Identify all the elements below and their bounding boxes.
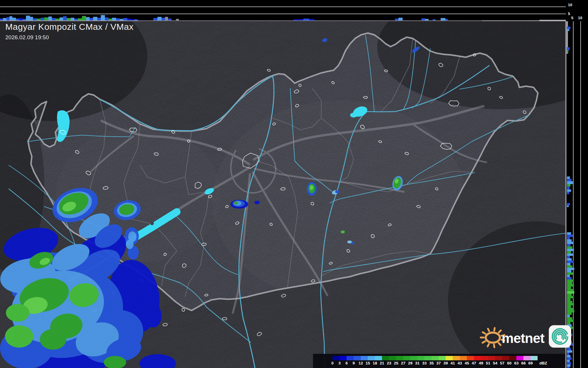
sun-ray <box>488 329 489 331</box>
timestamp: 2026.02.09 19:50 <box>5 34 134 41</box>
profile-bar <box>567 367 570 368</box>
dbz-tick-label: 21 <box>378 361 386 365</box>
profile-bar <box>3 18 6 20</box>
radar-echo <box>310 185 313 190</box>
profile-bar <box>134 19 137 20</box>
top-profile-canvas <box>0 0 566 21</box>
profile-bar <box>567 242 574 244</box>
dbz-tick-label: 3 <box>336 361 343 365</box>
dbz-color-cell <box>453 356 460 360</box>
profile-bar <box>6 17 9 20</box>
dbz-tick-label: 41 <box>449 361 457 365</box>
profile-bar <box>441 18 445 20</box>
dbz-tick-label: 39 <box>442 361 449 365</box>
dbz-color-cell <box>474 356 481 360</box>
profile-bar <box>567 362 571 364</box>
profile-bar <box>309 19 314 20</box>
sun-icon <box>481 328 504 347</box>
dbz-color-cell <box>446 356 453 360</box>
dbz-color-bar <box>332 356 538 360</box>
profile-bar <box>395 19 398 20</box>
profile-bar <box>127 19 131 20</box>
dbz-tick-label: 23 <box>385 361 393 365</box>
profile-bar <box>48 17 52 20</box>
dbz-color-cell <box>354 356 361 360</box>
profile-bar <box>55 19 60 20</box>
profile-bar <box>425 19 429 20</box>
profile-bar <box>567 179 572 181</box>
dbz-legend: 0369121518212325272931333537394143454749… <box>313 354 565 368</box>
profile-bar <box>120 19 123 20</box>
profile-bar <box>567 237 570 239</box>
profile-bar <box>567 301 572 303</box>
profile-bar <box>116 18 120 20</box>
map-right-panel-divider <box>565 21 566 368</box>
profile-bar <box>567 360 570 362</box>
profile-bar <box>44 17 48 20</box>
dbz-color-cell <box>340 356 347 360</box>
dbz-color-cell <box>460 356 467 360</box>
dbz-tick-label: 45 <box>463 361 471 365</box>
sun-ray <box>499 343 500 345</box>
dbz-tick-label: 63 <box>513 361 520 365</box>
dbz-color-cell <box>361 356 368 360</box>
dbz-tick-label: 29 <box>406 361 414 365</box>
dbz-color-cell <box>347 356 354 360</box>
sun-ray <box>482 341 485 343</box>
profile-bar <box>567 265 572 268</box>
profile-bar <box>63 16 67 20</box>
profile-bar <box>567 232 571 235</box>
metnet-app-icon <box>549 325 571 348</box>
dbz-color-cell <box>424 356 431 360</box>
top-height-profile-strip <box>0 0 566 21</box>
dbz-color-cell <box>488 356 495 360</box>
profile-bar <box>567 303 574 305</box>
profile-bar <box>567 258 572 261</box>
dbz-color-cell <box>382 356 389 360</box>
radar-echo <box>6 304 29 322</box>
profile-bar <box>112 18 116 20</box>
profile-bar <box>9 16 12 20</box>
dbz-color-cell <box>523 356 531 360</box>
profile-bar <box>567 239 572 242</box>
dbz-tick-label: 31 <box>414 361 421 365</box>
radar-map[interactable] <box>0 21 566 368</box>
profile-bar <box>567 308 573 310</box>
dbz-color-cell <box>439 356 446 360</box>
dbz-tick-label: 43 <box>456 361 464 365</box>
dbz-color-cell <box>403 356 410 360</box>
profile-bar <box>567 296 574 298</box>
profile-bar <box>567 315 570 317</box>
profile-bar <box>567 187 570 189</box>
profile-bar <box>567 279 574 282</box>
dbz-tick-label: 27 <box>399 361 407 365</box>
dbz-color-cell <box>495 356 502 360</box>
profile-bar <box>567 27 571 29</box>
title-block: Magyar Kompozit CMax / VMax 2026.02.09 1… <box>5 22 134 41</box>
profile-bar <box>567 305 571 308</box>
profile-bar <box>567 184 571 187</box>
dbz-tick-label: 12 <box>357 361 365 365</box>
profile-bar <box>105 17 108 20</box>
radar-echo <box>234 202 238 205</box>
right-scale-5km-label: 5 <box>571 16 573 20</box>
profile-bar <box>293 19 303 20</box>
right-height-profile-strip <box>566 21 588 368</box>
metnet-wordmark: metnet <box>502 331 544 346</box>
dbz-color-cell <box>502 356 509 360</box>
profile-bar <box>567 203 570 205</box>
dbz-color-cell <box>332 356 340 360</box>
profile-bar <box>567 310 574 313</box>
radar-app-window: { "title": "Magyar Kompozit CMax / VMax"… <box>0 0 588 368</box>
profile-bar <box>567 350 572 353</box>
profile-bar <box>101 15 105 20</box>
dbz-tick-labels: 0369121518212325272931333537394143454749… <box>313 361 565 367</box>
dbz-unit-label: dBZ <box>539 361 547 365</box>
height-scale-corner: 10 5 5 10 <box>566 0 588 21</box>
profile-bar <box>74 19 78 20</box>
metnet-logo[interactable]: metnet <box>480 322 573 351</box>
dbz-color-cell <box>509 356 516 360</box>
profile-bar <box>176 19 179 20</box>
profile-bar <box>567 294 572 296</box>
profile-bar <box>86 17 90 20</box>
